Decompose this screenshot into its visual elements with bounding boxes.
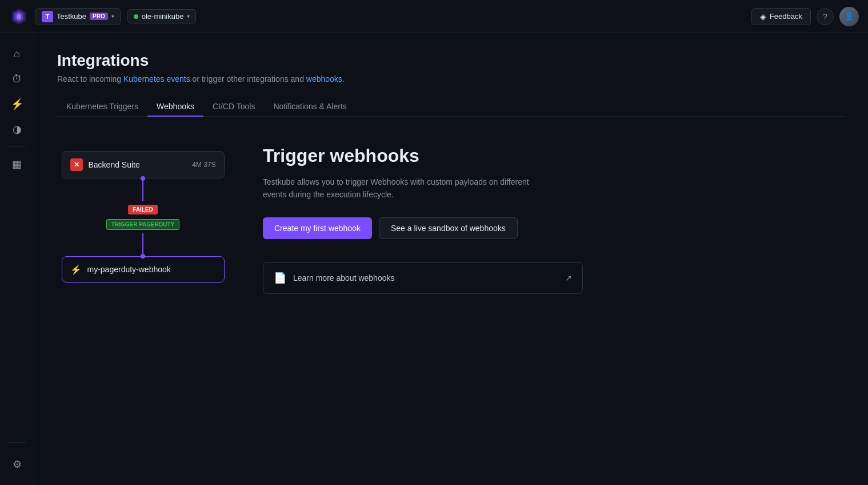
sidebar-item-reports[interactable]: ▦ <box>6 153 29 176</box>
tab-kubernetes[interactable]: Kubernetes Triggers <box>57 97 147 117</box>
failed-badge: FAILED <box>128 205 158 214</box>
org-selector[interactable]: T Testkube PRO ▾ <box>35 8 121 25</box>
app-logo[interactable] <box>9 7 29 26</box>
org-name: Testkube <box>57 12 86 21</box>
trigger-badge: TRIGGER PAGERDUTY <box>106 219 179 230</box>
tests-icon: ⏱ <box>12 73 22 85</box>
diagram-area: ✕ Backend Suite 4M 37S FAILED TRIGGER PA… <box>57 140 229 283</box>
suite-card-time: 4M 37S <box>192 161 215 169</box>
kubernetes-events-link[interactable]: Kubernetes events <box>123 74 190 84</box>
sandbox-button[interactable]: See a live sandbox of webhooks <box>379 217 518 239</box>
tab-notifications[interactable]: Notifications & Alerts <box>264 97 355 117</box>
create-webhook-button[interactable]: Create my first webhook <box>263 217 372 239</box>
pro-badge: PRO <box>90 13 108 20</box>
tab-cicd[interactable]: CI/CD Tools <box>203 97 264 117</box>
chevron-down-icon: ▾ <box>111 13 114 19</box>
home-icon: ⌂ <box>14 48 20 60</box>
chevron-down-icon: ▾ <box>187 13 190 19</box>
triggers-icon: ⚡ <box>11 98 23 110</box>
connector-bottom <box>142 233 143 256</box>
learn-more-card[interactable]: 📄 Learn more about webhooks ↗ <box>263 262 583 294</box>
sidebar-item-home[interactable]: ⌂ <box>6 42 29 65</box>
sidebar: ⌂ ⏱ ⚡ ◑ ▦ ⚙ <box>0 33 34 485</box>
user-avatar[interactable]: 👤 <box>839 7 859 26</box>
analytics-icon: ◑ <box>13 123 22 136</box>
sidebar-item-settings[interactable]: ⚙ <box>6 453 29 476</box>
webhook-card: ⚡ my-pagerduty-webhook <box>62 256 225 283</box>
webhook-icon: ⚡ <box>70 264 82 275</box>
topnav: T Testkube PRO ▾ ole-minikube ▾ ◈ Feedba… <box>0 0 868 33</box>
tabs: Kubernetes Triggers Webhooks CI/CD Tools… <box>57 97 845 117</box>
sidebar-item-triggers[interactable]: ⚡ <box>6 93 29 116</box>
connector-dot-bottom <box>141 254 145 259</box>
sidebar-item-analytics[interactable]: ◑ <box>6 118 29 141</box>
document-icon: 📄 <box>274 272 286 284</box>
feedback-button[interactable]: ◈ Feedback <box>751 8 811 25</box>
env-name: ole-minikube <box>142 12 184 21</box>
webhooks-link[interactable]: webhooks <box>306 74 342 84</box>
sidebar-divider-bottom <box>9 442 26 443</box>
sidebar-item-tests[interactable]: ⏱ <box>6 67 29 90</box>
page-title: Integrations <box>57 51 845 70</box>
badge-row: FAILED TRIGGER PAGERDUTY <box>106 201 179 233</box>
main-content: Integrations React to incoming Kubernete… <box>34 33 868 485</box>
env-selector[interactable]: ole-minikube ▾ <box>127 9 197 23</box>
failed-status-icon: ✕ <box>70 158 83 171</box>
info-panel: Trigger webhooks Testkube allows you to … <box>263 140 845 294</box>
reports-icon: ▦ <box>12 158 22 170</box>
main-layout: ⌂ ⏱ ⚡ ◑ ▦ ⚙ Integrations React to incomi… <box>0 33 868 485</box>
connector-dot-top <box>141 176 145 181</box>
tab-webhooks[interactable]: Webhooks <box>147 97 203 117</box>
connector-top <box>142 178 143 201</box>
org-avatar: T <box>42 11 53 22</box>
webhook-card-name: my-pagerduty-webhook <box>87 265 216 274</box>
env-status-dot <box>134 14 138 19</box>
settings-icon: ⚙ <box>13 458 22 471</box>
external-link-icon: ↗ <box>565 273 572 283</box>
learn-card-text: Learn more about webhooks <box>293 273 558 283</box>
sidebar-divider <box>9 146 26 147</box>
suite-card: ✕ Backend Suite 4M 37S <box>62 151 225 178</box>
feedback-icon: ◈ <box>760 12 766 21</box>
info-description: Testkube allows you to trigger Webhooks … <box>263 176 549 201</box>
help-button[interactable]: ? <box>817 8 834 25</box>
page-subtitle: React to incoming Kubernetes events or t… <box>57 74 845 84</box>
action-buttons: Create my first webhook See a live sandb… <box>263 217 845 239</box>
integrations-grid: ✕ Backend Suite 4M 37S FAILED TRIGGER PA… <box>57 140 845 294</box>
info-title: Trigger webhooks <box>263 145 845 166</box>
suite-card-name: Backend Suite <box>89 160 187 169</box>
